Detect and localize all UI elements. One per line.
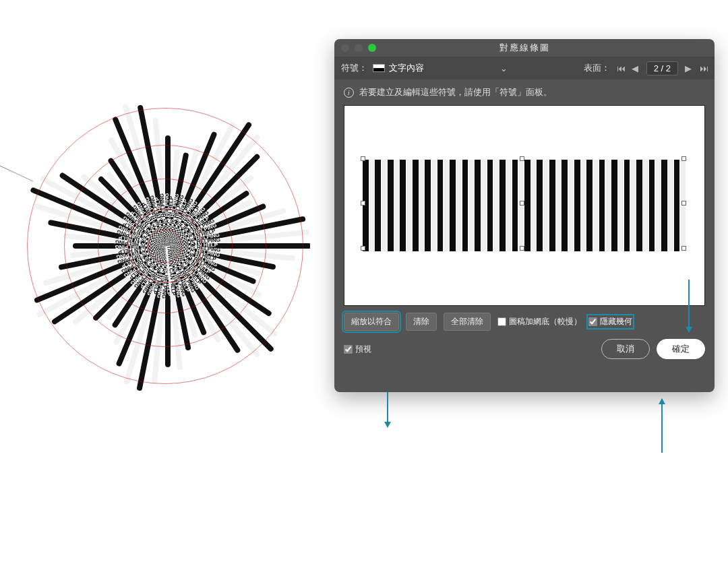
symbol-dropdown[interactable]: 文字內容 — [373, 62, 494, 74]
draft-checkbox-input[interactable] — [497, 317, 506, 326]
annotation-arrow-icon — [387, 392, 388, 427]
symbol-swatch-icon — [373, 64, 385, 72]
symbol-label: 符號： — [341, 62, 367, 74]
draft-checkbox-label: 圖稿加網底（較慢） — [509, 316, 582, 327]
last-page-icon[interactable]: ⏭ — [700, 63, 708, 73]
mapped-art-pattern[interactable] — [363, 158, 686, 253]
preview-checkbox-input[interactable] — [344, 345, 353, 354]
selection-handle[interactable] — [361, 246, 365, 251]
dialog-controls: 縮放以符合 清除 全部清除 圖稿加網底（較慢） 隱藏幾何 — [334, 306, 715, 335]
clear-button[interactable]: 清除 — [406, 313, 437, 331]
selection-handle[interactable] — [520, 156, 524, 161]
map-art-dialog: 對應線條圖 符號： 文字內容 ⌄ 表面： ⏮ ◀ 2 / 2 ▶ ⏭ i 若要建… — [334, 39, 715, 392]
preview-checkbox[interactable]: 預視 — [344, 344, 371, 355]
dialog-title: 對應線條圖 — [334, 42, 715, 54]
clear-all-button[interactable]: 全部清除 — [444, 313, 491, 331]
chevron-down-icon[interactable]: ⌄ — [499, 64, 508, 72]
cancel-button[interactable]: 取消 — [601, 339, 650, 359]
dialog-toolbar: 符號： 文字內容 ⌄ 表面： ⏮ ◀ 2 / 2 ▶ ⏭ — [334, 57, 715, 80]
info-text: 若要建立及編輯這些符號，請使用「符號」面板。 — [359, 86, 552, 98]
hide-geometry-checkbox[interactable]: 隱藏幾何 — [588, 316, 632, 327]
selection-handle[interactable] — [681, 201, 686, 205]
dialog-titlebar[interactable]: 對應線條圖 — [334, 39, 715, 57]
artboard-canvas: TAIWAN CAN HELPTAIWAN IS HELPINGTAIWAN I… — [0, 0, 330, 472]
ok-button[interactable]: 確定 — [657, 339, 705, 359]
first-page-icon[interactable]: ⏮ — [617, 63, 625, 73]
preview-checkbox-label: 預視 — [355, 344, 371, 355]
dialog-footer: 預視 取消 確定 — [334, 335, 715, 367]
hide-geometry-checkbox-input[interactable] — [588, 317, 597, 326]
annotation-arrow-icon — [688, 280, 690, 332]
surface-pager: 表面： ⏮ ◀ 2 / 2 ▶ ⏭ — [584, 61, 708, 75]
info-icon: i — [344, 88, 354, 98]
draft-checkbox[interactable]: 圖稿加網底（較慢） — [497, 316, 582, 327]
info-message: i 若要建立及編輯這些符號，請使用「符號」面板。 — [334, 80, 715, 105]
preview-area[interactable] — [344, 105, 705, 306]
spiral-artwork: TAIWAN CAN HELPTAIWAN IS HELPINGTAIWAN I… — [20, 88, 310, 404]
hide-geometry-checkbox-label: 隱藏幾何 — [600, 316, 632, 327]
next-page-icon[interactable]: ▶ — [685, 63, 693, 73]
selection-handle[interactable] — [361, 201, 365, 205]
selection-handle[interactable] — [520, 201, 524, 205]
symbol-value: 文字內容 — [389, 62, 424, 74]
selection-handle[interactable] — [361, 156, 365, 161]
annotation-arrow-icon — [661, 399, 663, 453]
selection-handle[interactable] — [681, 246, 686, 251]
selection-handle[interactable] — [520, 246, 524, 251]
selection-handle[interactable] — [681, 156, 686, 161]
prev-page-icon[interactable]: ◀ — [632, 63, 640, 73]
page-indicator[interactable]: 2 / 2 — [646, 61, 678, 75]
scale-to-fit-button[interactable]: 縮放以符合 — [344, 313, 399, 331]
surface-label: 表面： — [584, 62, 610, 74]
